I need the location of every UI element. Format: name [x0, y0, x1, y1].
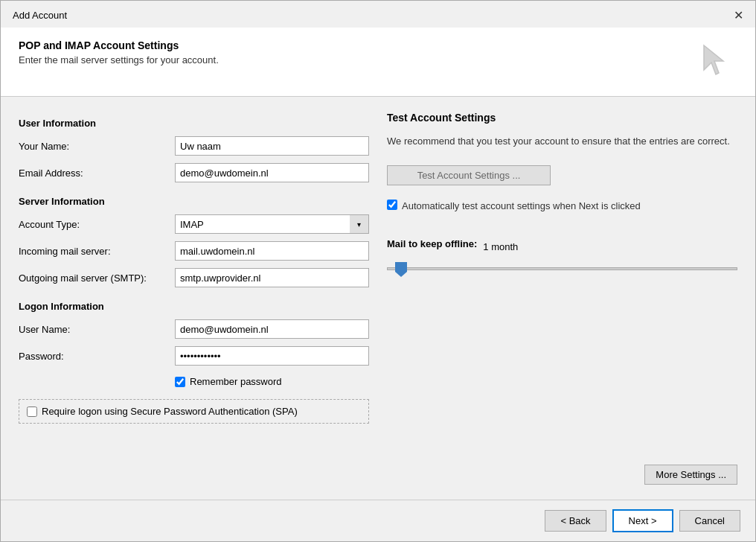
cancel-button[interactable]: Cancel [679, 510, 740, 532]
outgoing-server-row: Outgoing mail server (SMTP): [19, 268, 369, 287]
email-row: Email Address: [19, 163, 369, 182]
add-account-dialog: Add Account ✕ POP and IMAP Account Setti… [0, 0, 756, 542]
account-type-select-wrapper: IMAP POP3 ▾ [175, 214, 369, 234]
password-input[interactable] [175, 346, 369, 366]
left-panel: User Information Your Name: Email Addres… [19, 112, 369, 485]
test-account-settings-button[interactable]: Test Account Settings ... [387, 165, 551, 185]
spa-label[interactable]: Require logon using Secure Password Auth… [42, 406, 298, 417]
outgoing-server-input[interactable] [175, 268, 369, 287]
account-type-select[interactable]: IMAP POP3 [175, 214, 369, 234]
account-type-row: Account Type: IMAP POP3 ▾ [19, 214, 369, 234]
offline-label: Mail to keep offline: [387, 238, 477, 249]
spa-checkbox[interactable] [27, 406, 37, 417]
your-name-label: Your Name: [19, 141, 175, 152]
test-account-desc: We recommend that you test your account … [387, 134, 737, 149]
user-info-section-title: User Information [19, 118, 369, 129]
server-info-section-title: Server Information [19, 196, 369, 207]
password-row: Password: [19, 346, 369, 366]
auto-test-checkbox[interactable] [387, 200, 397, 210]
username-row: User Name: [19, 319, 369, 339]
incoming-server-row: Incoming mail server: [19, 241, 369, 261]
username-label: User Name: [19, 324, 175, 335]
outgoing-server-label: Outgoing mail server (SMTP): [19, 272, 175, 284]
header-title: POP and IMAP Account Settings [19, 39, 219, 51]
back-button[interactable]: < Back [545, 510, 606, 532]
auto-test-label[interactable]: Automatically test account settings when… [402, 199, 641, 214]
remember-password-row: Remember password [175, 376, 369, 387]
test-account-title: Test Account Settings [387, 112, 737, 124]
header-subtitle: Enter the mail server settings for your … [19, 54, 219, 66]
spa-row: Require logon using Secure Password Auth… [19, 399, 369, 424]
more-settings-button[interactable]: More Settings ... [644, 465, 737, 485]
offline-slider-container [387, 267, 737, 270]
your-name-row: Your Name: [19, 136, 369, 156]
offline-value: 1 month [483, 241, 518, 252]
your-name-input[interactable] [175, 136, 369, 156]
email-label: Email Address: [19, 168, 175, 179]
header-icon [693, 39, 737, 84]
remember-password-label[interactable]: Remember password [190, 376, 282, 387]
header-text: POP and IMAP Account Settings Enter the … [19, 39, 219, 66]
close-button[interactable]: ✕ [730, 7, 746, 23]
account-type-label: Account Type: [19, 219, 175, 230]
auto-test-row: Automatically test account settings when… [387, 199, 737, 214]
next-button[interactable]: Next > [612, 509, 673, 532]
password-label: Password: [19, 351, 175, 362]
content: User Information Your Name: Email Addres… [1, 97, 755, 500]
offline-slider-thumb[interactable] [395, 262, 407, 277]
username-input[interactable] [175, 319, 369, 339]
incoming-server-input[interactable] [175, 241, 369, 261]
footer: < Back Next > Cancel [1, 500, 755, 541]
remember-password-checkbox[interactable] [175, 377, 185, 387]
window-title: Add Account [13, 10, 67, 21]
header-section: POP and IMAP Account Settings Enter the … [1, 28, 755, 97]
offline-section: Mail to keep offline: 1 month [387, 238, 737, 270]
right-panel: Test Account Settings We recommend that … [387, 112, 737, 485]
offline-slider-track [387, 267, 737, 270]
incoming-server-label: Incoming mail server: [19, 246, 175, 257]
email-input[interactable] [175, 163, 369, 182]
title-bar: Add Account ✕ [1, 1, 755, 28]
logon-info-section-title: Logon Information [19, 301, 369, 312]
